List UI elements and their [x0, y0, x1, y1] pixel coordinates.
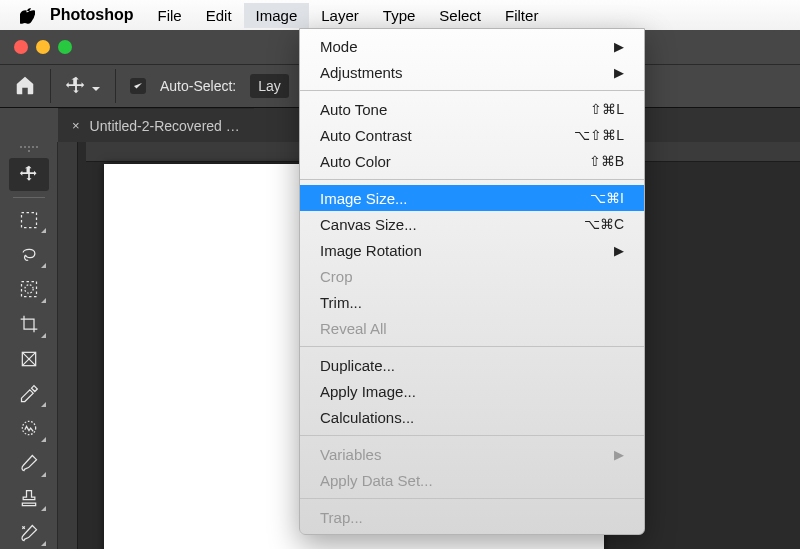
menu-item-auto-contrast[interactable]: Auto Contrast⌥⇧⌘L	[300, 122, 644, 148]
menu-item-auto-color[interactable]: Auto Color⇧⌘B	[300, 148, 644, 174]
menu-item-auto-tone[interactable]: Auto Tone⇧⌘L	[300, 96, 644, 122]
menu-item-label: Image Size...	[320, 190, 408, 207]
menu-item-variables: Variables▶	[300, 441, 644, 467]
menu-separator	[300, 435, 644, 436]
submenu-arrow-icon: ▶	[614, 65, 624, 80]
menu-item-label: Trap...	[320, 509, 363, 526]
menu-item-label: Variables	[320, 446, 381, 463]
menu-item-label: Auto Tone	[320, 101, 387, 118]
apple-menu-icon[interactable]	[16, 7, 38, 24]
svg-rect-0	[21, 213, 36, 228]
menu-item-trim[interactable]: Trim...	[300, 289, 644, 315]
menu-filter[interactable]: Filter	[493, 3, 550, 28]
menu-item-image-rotation[interactable]: Image Rotation▶	[300, 237, 644, 263]
menu-item-label: Calculations...	[320, 409, 414, 426]
home-button[interactable]	[14, 74, 36, 99]
menu-item-canvas-size[interactable]: Canvas Size...⌥⌘C	[300, 211, 644, 237]
menu-item-apply-data-set: Apply Data Set...	[300, 467, 644, 493]
menu-item-label: Apply Data Set...	[320, 472, 433, 489]
submenu-arrow-icon: ▶	[614, 39, 624, 54]
frame-tool[interactable]	[9, 343, 49, 376]
spacer	[0, 108, 58, 142]
menu-edit[interactable]: Edit	[194, 3, 244, 28]
menu-image[interactable]: Image	[244, 3, 310, 28]
grip-icon[interactable]	[20, 146, 38, 152]
menu-item-shortcut: ⇧⌘L	[590, 101, 624, 117]
menu-item-crop: Crop	[300, 263, 644, 289]
menu-layer[interactable]: Layer	[309, 3, 371, 28]
marquee-tool[interactable]	[9, 204, 49, 237]
menu-item-mode[interactable]: Mode▶	[300, 33, 644, 59]
menu-item-label: Apply Image...	[320, 383, 416, 400]
menu-item-label: Auto Color	[320, 153, 391, 170]
menu-item-image-size[interactable]: Image Size...⌥⌘I	[300, 185, 644, 211]
menu-item-label: Trim...	[320, 294, 362, 311]
lasso-tool[interactable]	[9, 238, 49, 271]
quick-select-tool[interactable]	[9, 273, 49, 306]
menu-item-label: Canvas Size...	[320, 216, 417, 233]
menu-item-label: Reveal All	[320, 320, 387, 337]
stamp-tool[interactable]	[9, 482, 49, 515]
brush-tool[interactable]	[9, 447, 49, 480]
menu-separator	[300, 179, 644, 180]
close-window-button[interactable]	[14, 40, 28, 54]
menu-item-trap: Trap...	[300, 504, 644, 530]
svg-point-2	[24, 285, 32, 293]
menu-item-shortcut: ⇧⌘B	[589, 153, 624, 169]
menu-item-shortcut: ⌥⌘I	[590, 190, 624, 206]
image-menu-dropdown: Mode▶Adjustments▶Auto Tone⇧⌘LAuto Contra…	[299, 28, 645, 535]
menu-item-label: Duplicate...	[320, 357, 395, 374]
app-name[interactable]: Photoshop	[38, 6, 146, 24]
menu-item-label: Mode	[320, 38, 358, 55]
menu-item-label: Auto Contrast	[320, 127, 412, 144]
menu-item-shortcut: ⌥⌘C	[584, 216, 624, 232]
document-tab-title: Untitled-2-Recovered …	[90, 118, 240, 134]
menu-item-calculations[interactable]: Calculations...	[300, 404, 644, 430]
toolbar-divider	[50, 69, 51, 103]
menu-select[interactable]: Select	[427, 3, 493, 28]
document-tab[interactable]: × Untitled-2-Recovered …	[58, 108, 254, 142]
menu-item-label: Image Rotation	[320, 242, 422, 259]
menu-item-reveal-all: Reveal All	[300, 315, 644, 341]
menu-separator	[300, 498, 644, 499]
menu-item-duplicate[interactable]: Duplicate...	[300, 352, 644, 378]
menu-file[interactable]: File	[146, 3, 194, 28]
chevron-down-icon	[91, 81, 101, 91]
close-tab-icon[interactable]: ×	[72, 118, 80, 133]
tools-panel	[0, 142, 58, 549]
auto-select-checkbox[interactable]	[130, 78, 146, 94]
menu-separator	[300, 90, 644, 91]
auto-select-label: Auto-Select:	[160, 78, 236, 94]
eyedropper-tool[interactable]	[9, 377, 49, 410]
submenu-arrow-icon: ▶	[614, 243, 624, 258]
svg-rect-1	[21, 282, 36, 297]
crop-tool[interactable]	[9, 308, 49, 341]
menu-item-label: Adjustments	[320, 64, 403, 81]
ruler-vertical[interactable]	[58, 142, 78, 549]
menu-item-apply-image[interactable]: Apply Image...	[300, 378, 644, 404]
menu-item-shortcut: ⌥⇧⌘L	[574, 127, 624, 143]
menu-type[interactable]: Type	[371, 3, 428, 28]
move-tool[interactable]	[9, 158, 49, 191]
macos-menu-bar: Photoshop File Edit Image Layer Type Sel…	[0, 0, 800, 30]
minimize-window-button[interactable]	[36, 40, 50, 54]
tools-separator	[13, 197, 45, 198]
menu-item-adjustments[interactable]: Adjustments▶	[300, 59, 644, 85]
spot-heal-tool[interactable]	[9, 412, 49, 445]
move-tool-icon	[65, 75, 87, 97]
menu-item-label: Crop	[320, 268, 353, 285]
zoom-window-button[interactable]	[58, 40, 72, 54]
tool-preset-picker[interactable]	[65, 75, 101, 97]
history-brush-tool[interactable]	[9, 516, 49, 549]
auto-select-target-dropdown[interactable]: Lay	[250, 74, 289, 98]
toolbar-divider	[115, 69, 116, 103]
svg-point-4	[22, 422, 35, 435]
submenu-arrow-icon: ▶	[614, 447, 624, 462]
menu-separator	[300, 346, 644, 347]
